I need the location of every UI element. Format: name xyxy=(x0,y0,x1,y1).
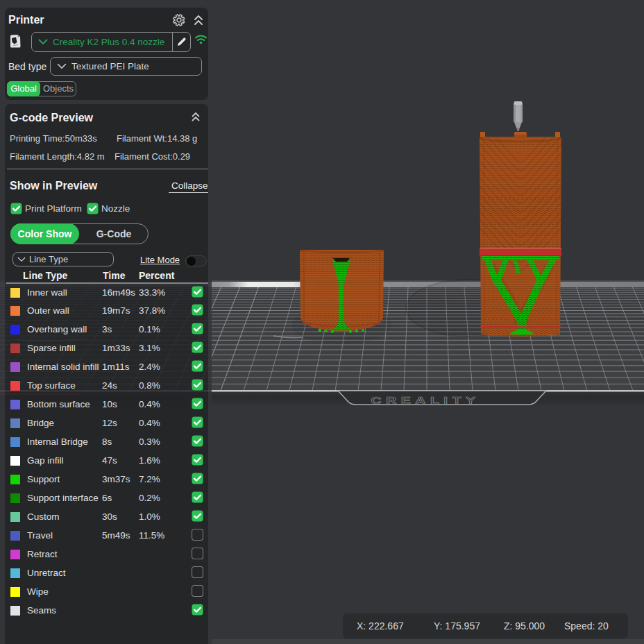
svg-text:CREALITY: CREALITY xyxy=(371,394,480,406)
